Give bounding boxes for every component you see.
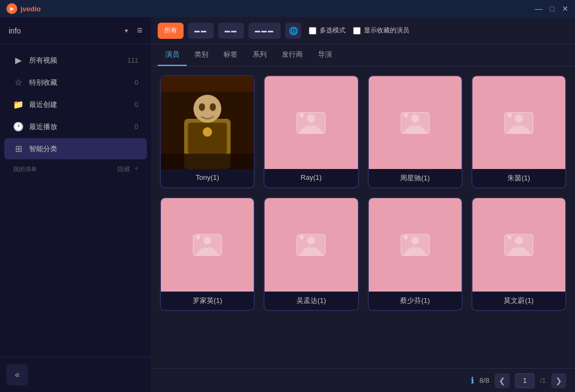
tabs-bar: 演员 类别 标签 系列 发行商 导演 [151, 44, 575, 66]
filter-2-button[interactable]: ▬▬ [218, 23, 244, 39]
sidebar-item-recent-play[interactable]: 🕐 最近播放 0 [4, 116, 147, 137]
svg-rect-7 [161, 76, 254, 92]
folder-icon: 📁 [13, 99, 24, 110]
svg-point-28 [515, 236, 523, 245]
star-icon: ☆ [13, 77, 24, 87]
svg-point-20 [196, 235, 200, 240]
grid-area: Tony(1) Ray(1) [151, 66, 575, 368]
nav-label-favorites: 特别收藏 [29, 78, 129, 87]
actor-name-wumengda: 吴孟达(1) [265, 292, 357, 310]
actor-card-caishaofen[interactable]: 蔡少芬(1) [368, 197, 463, 310]
close-button[interactable]: ✕ [562, 4, 569, 13]
nav-label-smart-classify: 智能分类 [29, 144, 133, 154]
svg-point-25 [411, 236, 419, 245]
page-input[interactable] [515, 373, 535, 388]
my-list-section: 我的清单 隐藏 + [0, 160, 151, 176]
actor-name-zhouxingchi: 周星驰(1) [369, 169, 462, 187]
show-favorites-label[interactable]: 显示收藏的演员 [364, 26, 409, 35]
actor-name-ray: Ray(1) [265, 169, 357, 186]
pagination: ℹ 8/8 ❮ /1 ❯ [151, 368, 575, 392]
sidebar-item-all-videos[interactable]: ▶ 所有视频 111 [4, 50, 147, 71]
multiselect-checkbox[interactable] [309, 27, 316, 35]
actor-name-luojiaying: 罗家英(1) [161, 292, 254, 310]
svg-point-14 [404, 113, 408, 118]
page-range: 8/8 [479, 376, 489, 384]
nav-label-recent-play: 最近播放 [29, 122, 129, 132]
tab-series[interactable]: 系列 [245, 44, 274, 66]
show-favorites-group: 显示收藏的演员 [353, 26, 409, 35]
add-list-button[interactable]: + [134, 165, 138, 174]
minimize-button[interactable]: — [535, 4, 543, 13]
dropdown-icon[interactable]: ▾ [125, 27, 128, 35]
tab-actor[interactable]: 演员 [158, 44, 187, 66]
svg-point-4 [209, 103, 215, 111]
nav-count-recent-play: 0 [134, 123, 138, 131]
actor-card-ray[interactable]: Ray(1) [263, 75, 358, 188]
topbar: 所有 ▬▬ ▬▬ ▬▬▬ 🌐 多选模式 显示收藏的演员 [151, 17, 575, 44]
svg-point-6 [203, 127, 212, 137]
app-name: jvedio [21, 5, 41, 13]
next-page-button[interactable]: ❯ [551, 373, 566, 388]
actor-card-zhuyun[interactable]: 朱茵(1) [471, 75, 566, 188]
main-layout: info ▾ ≡ ▶ 所有视频 111 ☆ 特别收藏 0 📁 最近创建 0 🕐 [0, 17, 575, 392]
sidebar-item-favorites[interactable]: ☆ 特别收藏 0 [4, 72, 147, 93]
actor-name-tony: Tony(1) [161, 169, 254, 186]
actor-card-tony[interactable]: Tony(1) [160, 75, 255, 188]
sidebar-item-recent-create[interactable]: 📁 最近创建 0 [4, 94, 147, 115]
sidebar-bottom: « [0, 357, 151, 392]
svg-point-16 [515, 114, 523, 123]
filter-3-button[interactable]: ▬▬▬ [248, 23, 281, 39]
page-info-icon[interactable]: ℹ [471, 375, 474, 386]
maximize-button[interactable]: □ [550, 4, 554, 13]
app-logo: jvedio [6, 3, 41, 14]
back-button[interactable]: « [6, 364, 28, 386]
titlebar: jvedio — □ ✕ [0, 0, 575, 17]
tab-category[interactable]: 类别 [187, 44, 216, 66]
actor-name-mowenwei: 莫文蔚(1) [472, 292, 565, 310]
nav-label-all-videos: 所有视频 [29, 56, 122, 65]
svg-point-19 [204, 236, 212, 245]
tab-director[interactable]: 导演 [310, 44, 340, 66]
my-list-label: 我的清单 [13, 165, 37, 173]
grid-icon: ⊞ [13, 144, 24, 154]
nav-label-recent-create: 最近创建 [29, 100, 129, 110]
library-name: info [9, 26, 120, 35]
content-area: 所有 ▬▬ ▬▬ ▬▬▬ 🌐 多选模式 显示收藏的演员 演员 类别 标签 系列 … [151, 17, 575, 392]
total-pages: /1 [540, 376, 546, 384]
svg-rect-8 [161, 154, 254, 170]
window-controls: — □ ✕ [535, 4, 569, 13]
sidebar-item-smart-classify[interactable]: ⊞ 智能分类 [4, 138, 147, 159]
actor-card-wumengda[interactable]: 吴孟达(1) [263, 197, 358, 310]
actor-card-zhouxingchi[interactable]: 周星驰(1) [368, 75, 463, 188]
actor-name-caishaofen: 蔡少芬(1) [369, 292, 462, 310]
globe-icon-button[interactable]: 🌐 [285, 23, 301, 39]
svg-point-29 [508, 235, 512, 240]
filter-all-button[interactable]: 所有 [158, 23, 184, 39]
svg-point-17 [508, 113, 512, 118]
filter-1-button[interactable]: ▬▬ [188, 23, 214, 39]
actor-name-zhuyun: 朱茵(1) [472, 169, 565, 187]
svg-point-13 [411, 114, 419, 123]
svg-point-11 [300, 113, 304, 118]
play-icon: ▶ [13, 55, 24, 65]
tab-publisher[interactable]: 发行商 [274, 44, 310, 66]
actor-card-mowenwei[interactable]: 莫文蔚(1) [471, 197, 566, 310]
logo-icon [6, 3, 17, 14]
sidebar-nav: ▶ 所有视频 111 ☆ 特别收藏 0 📁 最近创建 0 🕐 最近播放 0 ⊞ [0, 44, 151, 357]
svg-point-23 [300, 235, 304, 240]
svg-point-3 [199, 103, 205, 111]
prev-page-button[interactable]: ❮ [495, 373, 510, 388]
svg-point-26 [404, 235, 408, 240]
clock-icon: 🕐 [13, 121, 24, 132]
show-favorites-checkbox[interactable] [353, 27, 361, 35]
tab-tag[interactable]: 标签 [216, 44, 245, 66]
globe-icon: 🌐 [289, 26, 298, 35]
multiselect-label[interactable]: 多选模式 [320, 26, 346, 35]
actor-card-luojiaying[interactable]: 罗家英(1) [160, 197, 255, 310]
nav-count-favorites: 0 [134, 79, 138, 86]
svg-point-10 [307, 114, 315, 123]
menu-icon[interactable]: ≡ [137, 25, 143, 36]
nav-count-recent-create: 0 [134, 101, 138, 109]
hide-list-button[interactable]: 隐藏 [117, 165, 130, 174]
svg-point-22 [307, 236, 315, 245]
